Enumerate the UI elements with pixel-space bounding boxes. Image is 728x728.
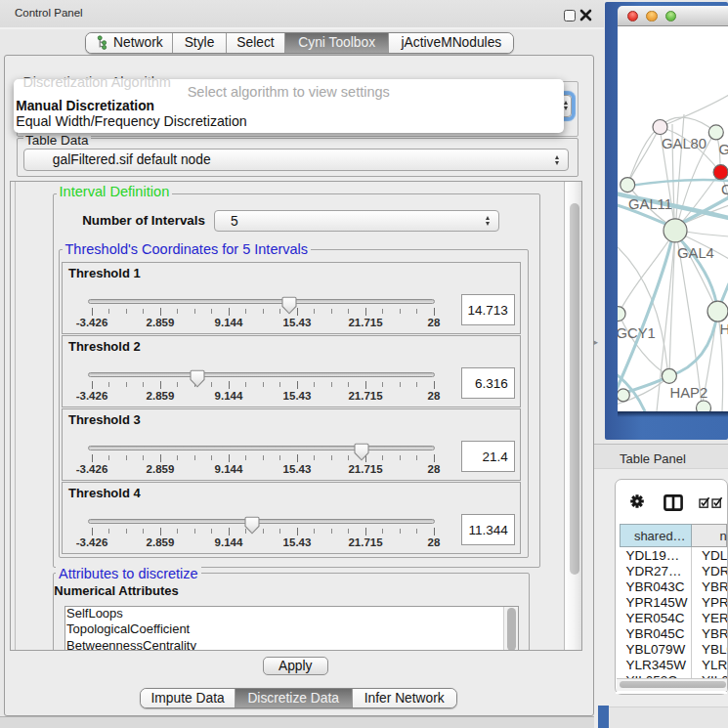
svg-text:GAL11: GAL11 (628, 196, 672, 212)
svg-text:G.: G. (718, 142, 728, 157)
svg-text:GCY1: GCY1 (618, 325, 656, 341)
svg-text:GAL80: GAL80 (662, 136, 707, 151)
svg-text:H: H (719, 321, 728, 337)
svg-text:C: C (721, 182, 728, 197)
svg-text:GAL4: GAL4 (677, 245, 714, 261)
svg-text:HAP2: HAP2 (669, 385, 707, 401)
